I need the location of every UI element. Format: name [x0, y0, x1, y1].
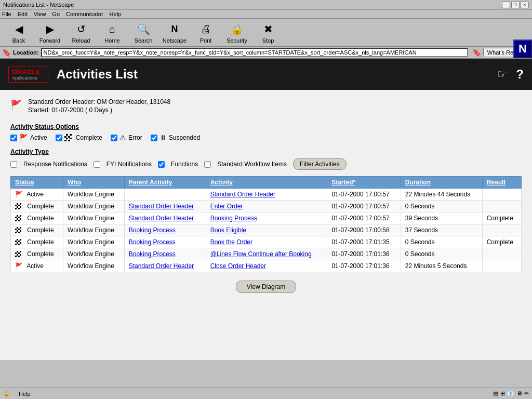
reload-button[interactable]: ↺ Reload: [66, 21, 96, 44]
duration-cell: 37 Seconds: [401, 224, 482, 236]
activity-link[interactable]: Standard Order Header: [210, 191, 275, 198]
who-cell: Workflow Engine: [63, 248, 125, 260]
response-notifications-checkbox[interactable]: [10, 161, 17, 168]
title-bar: Notifications List - Netscape _ □ ×: [0, 0, 532, 10]
minimize-button[interactable]: _: [502, 1, 510, 8]
header-icons: ☞ ?: [497, 67, 524, 82]
started-cell: 01-07-2000 17:01:35: [327, 236, 401, 248]
activity-cell: Enter Order: [206, 201, 327, 212]
complete-checkered-icon: [64, 134, 72, 141]
result-cell: [482, 260, 521, 272]
search-button[interactable]: 🔍 Search: [129, 21, 158, 44]
col-who[interactable]: Who: [63, 177, 125, 189]
result-cell: [482, 189, 521, 201]
hand-icon[interactable]: ☞: [497, 68, 508, 81]
activity-status-section: Activity Status Options 🚩 Active Complet…: [10, 123, 522, 142]
activity-link[interactable]: @Lines Flow Continue after Booking: [210, 250, 312, 258]
oracle-logo: ORACLE Applications: [8, 66, 48, 83]
order-line2: Started: 01-07-2000 ( 0 Days ): [28, 107, 170, 114]
activity-cell: Book the Order: [206, 236, 327, 248]
view-diagram-section: View Diagram: [10, 272, 522, 301]
functions-label: Functions: [171, 161, 198, 168]
parent-activity-cell: Booking Process: [124, 224, 206, 236]
activity-cell: Book Eligible: [206, 224, 327, 236]
netscape-logo: N: [513, 39, 532, 58]
activity-link[interactable]: Enter Order: [210, 203, 243, 210]
activity-link[interactable]: Booking Process: [210, 215, 257, 222]
who-cell: Workflow Engine: [63, 236, 125, 248]
location-input[interactable]: [41, 48, 468, 57]
table-row: 🚩 ActiveWorkflow EngineStandard Order He…: [11, 260, 522, 272]
result-cell: Complete: [482, 236, 521, 248]
active-checkbox[interactable]: [10, 135, 17, 141]
functions-checkbox[interactable]: [158, 161, 165, 168]
netscape-button[interactable]: N Netscape: [160, 21, 189, 44]
activity-link[interactable]: Book the Order: [210, 238, 252, 246]
error-icon: ⚠: [119, 134, 126, 142]
error-label: Error: [128, 134, 142, 141]
activity-type-section: Activity Type Response Notifications FYI…: [10, 148, 522, 170]
table-row: CompleteWorkflow EngineBooking ProcessBo…: [11, 224, 522, 236]
activity-link[interactable]: Close Order Header: [210, 262, 266, 270]
back-icon: ◀: [10, 21, 27, 37]
menu-view[interactable]: View: [34, 11, 46, 17]
active-label: Active: [30, 134, 47, 141]
fyi-notifications-checkbox[interactable]: [94, 161, 100, 168]
parent-activity-cell: [124, 189, 206, 201]
col-status[interactable]: Status: [11, 177, 63, 189]
forward-button[interactable]: ▶ Forward: [35, 21, 64, 44]
status-error: ⚠ Error: [111, 134, 142, 142]
close-button[interactable]: ×: [521, 1, 529, 8]
reload-icon: ↺: [73, 21, 89, 37]
back-button[interactable]: ◀ Back: [4, 21, 33, 44]
view-diagram-button[interactable]: View Diagram: [236, 281, 296, 293]
stop-icon: ✖: [260, 21, 276, 37]
menu-go[interactable]: Go: [52, 11, 60, 17]
menu-bar: File Edit View Go Communicator Help: [0, 10, 532, 19]
who-cell: Workflow Engine: [63, 260, 125, 272]
parent-activity-link[interactable]: Standard Order Header: [129, 203, 194, 210]
menu-help[interactable]: Help: [110, 11, 122, 17]
col-activity[interactable]: Activity: [206, 177, 327, 189]
browser-title: Notifications List - Netscape: [3, 2, 74, 8]
standard-workflow-checkbox[interactable]: [204, 161, 211, 168]
menu-communicator[interactable]: Communicator: [66, 11, 103, 17]
table-row: CompleteWorkflow EngineStandard Order He…: [11, 201, 522, 212]
print-button[interactable]: 🖨 Print: [191, 21, 220, 44]
search-icon: 🔍: [135, 21, 152, 37]
forward-icon: ▶: [42, 21, 58, 37]
bookmark-icon2: 🔖: [472, 48, 481, 57]
parent-activity-link[interactable]: Booking Process: [129, 250, 176, 258]
col-parent-activity[interactable]: Parent Activity: [124, 177, 206, 189]
error-checkbox[interactable]: [111, 135, 117, 141]
filter-activities-button[interactable]: Filter Activities: [293, 158, 347, 170]
suspended-checkbox[interactable]: [151, 135, 157, 141]
col-result[interactable]: Result: [482, 177, 521, 189]
duration-cell: 0 Seconds: [401, 201, 482, 212]
parent-activity-link[interactable]: Booking Process: [129, 238, 176, 246]
status-checkboxes: 🚩 Active Complete ⚠ Error ⏸ Suspended: [10, 134, 522, 142]
started-cell: 01-07-2000 17:00:57: [327, 201, 401, 212]
parent-activity-link[interactable]: Booking Process: [129, 227, 176, 234]
parent-activity-link[interactable]: Standard Order Header: [129, 215, 194, 222]
help-icon[interactable]: ?: [516, 67, 524, 82]
order-flag-icon: 🚩: [10, 99, 22, 111]
security-button[interactable]: 🔒 Security: [222, 21, 251, 44]
order-line1: Standard Order Header: OM Order Header, …: [28, 98, 170, 105]
result-cell: [482, 201, 521, 212]
parent-activity-link[interactable]: Standard Order Header: [129, 262, 194, 270]
col-started[interactable]: Started*: [327, 177, 401, 189]
response-notifications-label: Response Notifications: [23, 161, 87, 168]
stop-button[interactable]: ✖ Stop: [254, 21, 283, 44]
maximize-button[interactable]: □: [511, 1, 520, 8]
activity-type-title: Activity Type: [10, 148, 522, 155]
bookmark-icon: 🔖: [2, 48, 11, 57]
home-button[interactable]: ⌂ Home: [98, 21, 127, 44]
status-cell: Complete: [11, 201, 63, 212]
col-duration[interactable]: Duration: [401, 177, 482, 189]
security-icon: 🔒: [229, 21, 245, 37]
menu-edit[interactable]: Edit: [18, 11, 28, 17]
activity-link[interactable]: Book Eligible: [210, 227, 246, 234]
complete-checkbox[interactable]: [56, 135, 62, 141]
menu-file[interactable]: File: [2, 11, 11, 17]
